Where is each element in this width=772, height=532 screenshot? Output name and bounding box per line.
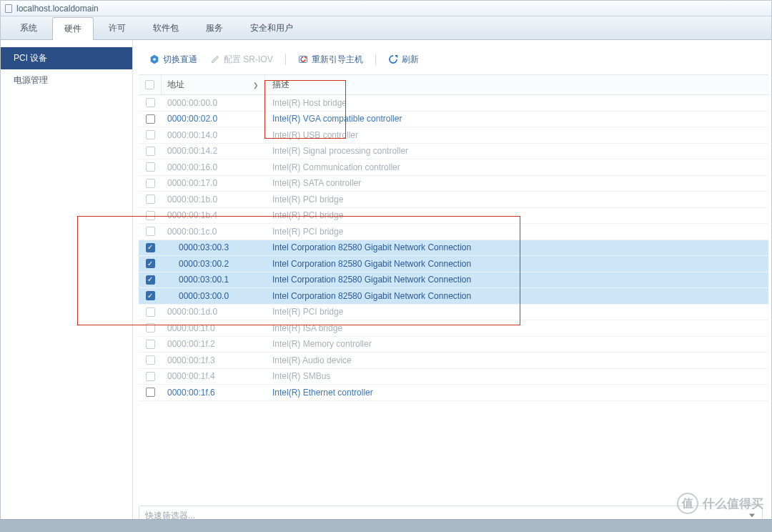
table-row[interactable]: 0000:00:1b.0Intel(R) PCI bridge [139, 192, 768, 208]
row-address: 0000:00:1f.2 [162, 337, 265, 353]
watermark-text: 什么值得买 [703, 496, 763, 512]
table-row[interactable]: 0000:03:00.2Intel Corporation 82580 Giga… [139, 256, 768, 272]
tab-3[interactable]: 软件包 [141, 16, 191, 39]
table-row[interactable]: 0000:00:1c.0Intel(R) PCI bridge [139, 224, 768, 240]
row-checkbox[interactable] [146, 243, 155, 252]
row-checkbox-cell[interactable] [139, 176, 162, 192]
titlebar: localhost.localdomain [1, 1, 771, 16]
table-row[interactable]: 0000:00:16.0Intel(R) Communication contr… [139, 159, 768, 176]
row-description: Intel Corporation 82580 Gigabit Network … [265, 256, 768, 272]
row-checkbox[interactable] [146, 291, 155, 300]
table-row[interactable]: 0000:00:14.0Intel(R) USB controller [139, 127, 768, 144]
refresh-button[interactable]: 刷新 [383, 51, 424, 68]
table-row[interactable]: 0000:03:00.0Intel Corporation 82580 Giga… [139, 288, 768, 305]
tab-2[interactable]: 许可 [96, 16, 138, 39]
row-address: 0000:00:1b.0 [162, 192, 265, 207]
row-checkbox[interactable] [146, 307, 155, 317]
row-checkbox-cell[interactable] [139, 288, 162, 304]
row-description: Intel Corporation 82580 Gigabit Network … [265, 240, 768, 256]
row-description: Intel(R) SATA controller [265, 176, 768, 192]
table-row[interactable]: 0000:00:1f.2Intel(R) Memory controller [139, 337, 768, 353]
header-checkbox-cell[interactable] [139, 75, 162, 94]
row-checkbox-cell[interactable] [139, 192, 162, 207]
row-checkbox-cell[interactable] [139, 144, 162, 159]
row-description: Intel(R) USB controller [265, 127, 768, 143]
reboot-host-button[interactable]: 重新引导主机 [293, 51, 368, 68]
toolbar-separator [375, 54, 376, 65]
row-checkbox-cell[interactable] [139, 95, 162, 111]
row-checkbox[interactable] [146, 194, 155, 204]
row-checkbox-cell[interactable] [139, 159, 162, 175]
header-description[interactable]: 描述 [265, 75, 768, 94]
row-checkbox[interactable] [146, 340, 155, 349]
row-description: Intel(R) Communication controller [265, 159, 768, 175]
passthrough-icon [149, 54, 159, 64]
row-address: 0000:00:14.2 [162, 144, 265, 159]
sidebar-item-0[interactable]: PCI 设备 [1, 47, 132, 69]
table-row[interactable]: 0000:00:1d.0Intel(R) PCI bridge [139, 305, 768, 321]
row-checkbox[interactable] [146, 275, 155, 285]
row-checkbox[interactable] [146, 355, 155, 365]
table-row[interactable]: 0000:03:00.3Intel Corporation 82580 Giga… [139, 240, 768, 257]
table-row[interactable]: 0000:00:00.0Intel(R) Host bridge [139, 95, 768, 112]
row-address: 0000:00:1f.4 [162, 369, 265, 385]
row-checkbox-cell[interactable] [139, 353, 162, 368]
toggle-passthrough-label: 切换直通 [163, 54, 197, 66]
row-checkbox[interactable] [146, 227, 155, 236]
row-checkbox[interactable] [146, 162, 155, 172]
table-row[interactable]: 0000:03:00.1Intel Corporation 82580 Giga… [139, 272, 768, 289]
row-checkbox-cell[interactable] [139, 385, 162, 400]
row-checkbox[interactable] [146, 211, 155, 220]
row-checkbox[interactable] [146, 147, 155, 156]
select-all-checkbox[interactable] [145, 80, 154, 89]
row-checkbox[interactable] [146, 114, 155, 124]
reboot-host-label: 重新引导主机 [312, 54, 363, 66]
row-checkbox-cell[interactable] [139, 127, 162, 143]
host-name: localhost.localdomain [16, 4, 99, 14]
reboot-icon [298, 54, 308, 64]
table-row[interactable]: 0000:00:02.0Intel(R) VGA compatible cont… [139, 112, 768, 128]
row-checkbox[interactable] [146, 98, 155, 107]
table-row[interactable]: 0000:00:1f.4Intel(R) SMBus [139, 369, 768, 385]
table-row[interactable]: 0000:00:1b.4Intel(R) PCI bridge [139, 208, 768, 225]
row-checkbox[interactable] [146, 372, 155, 381]
row-checkbox-cell[interactable] [139, 256, 162, 272]
table-row[interactable]: 0000:00:1f.0Intel(R) ISA bridge [139, 320, 768, 337]
tab-1[interactable]: 硬件 [52, 17, 94, 40]
header-address[interactable]: 地址 ❯ [162, 75, 265, 94]
sidebar-item-1[interactable]: 电源管理 [1, 69, 132, 92]
row-checkbox-cell[interactable] [139, 208, 162, 224]
table-row[interactable]: 0000:00:14.2Intel(R) Signal processing c… [139, 144, 768, 160]
tab-5[interactable]: 安全和用户 [238, 16, 305, 39]
row-checkbox-cell[interactable] [139, 224, 162, 240]
row-address: 0000:00:1f.0 [162, 320, 265, 336]
host-icon [5, 4, 12, 13]
row-checkbox-cell[interactable] [139, 305, 162, 320]
row-checkbox[interactable] [146, 388, 155, 397]
row-checkbox-cell[interactable] [139, 320, 162, 336]
header-description-label: 描述 [272, 79, 290, 91]
grid-body[interactable]: 0000:00:00.0Intel(R) Host bridge0000:00:… [139, 95, 768, 503]
toolbar-separator [285, 54, 286, 65]
row-checkbox[interactable] [146, 130, 155, 139]
grid-header: 地址 ❯ 描述 [139, 74, 768, 95]
row-description: Intel(R) PCI bridge [265, 208, 768, 224]
row-checkbox-cell[interactable] [139, 112, 162, 127]
row-checkbox-cell[interactable] [139, 369, 162, 385]
table-row[interactable]: 0000:00:17.0Intel(R) SATA controller [139, 176, 768, 192]
row-checkbox-cell[interactable] [139, 240, 162, 256]
row-address: 0000:00:1b.4 [162, 208, 265, 224]
refresh-label: 刷新 [402, 54, 419, 66]
row-checkbox[interactable] [146, 323, 155, 332]
row-address: 0000:03:00.2 [162, 256, 265, 272]
tab-0[interactable]: 系统 [8, 16, 49, 39]
row-checkbox[interactable] [146, 259, 155, 268]
row-address: 0000:00:1d.0 [162, 305, 265, 320]
table-row[interactable]: 0000:00:1f.3Intel(R) Audio device [139, 353, 768, 369]
table-row[interactable]: 0000:00:1f.6Intel(R) Ethernet controller [139, 385, 768, 401]
row-checkbox[interactable] [146, 179, 155, 188]
row-checkbox-cell[interactable] [139, 272, 162, 288]
tab-4[interactable]: 服务 [194, 16, 235, 39]
toggle-passthrough-button[interactable]: 切换直通 [144, 51, 202, 68]
row-checkbox-cell[interactable] [139, 337, 162, 353]
